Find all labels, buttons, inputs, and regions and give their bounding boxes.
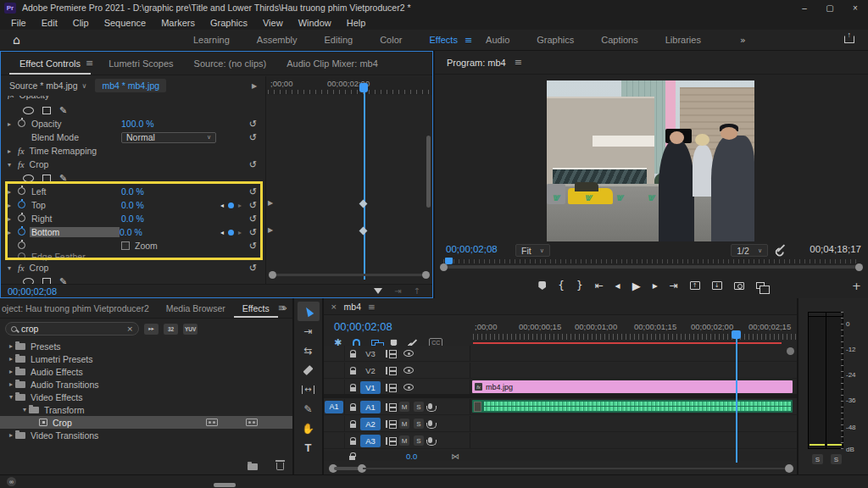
stopwatch-icon-active[interactable] [18, 201, 25, 208]
chevron-right-icon[interactable]: ▸ [7, 342, 15, 350]
chevron-right-icon[interactable]: ▸ [8, 120, 18, 128]
stopwatch-icon[interactable] [18, 119, 25, 127]
toggle-track-output-eye-icon[interactable] [403, 367, 414, 374]
param-value[interactable]: 0.0 % [121, 186, 144, 197]
chevron-right-icon[interactable]: ▸ [8, 202, 18, 209]
tool-ripple-edit[interactable]: ⇆ [298, 341, 320, 360]
program-video-frame[interactable]: V V V V V V V [547, 80, 754, 241]
chevron-right-icon[interactable]: ▸ [7, 368, 15, 375]
workspace-tab-libraries[interactable]: Libraries [652, 35, 715, 45]
voiceover-mic-icon[interactable] [428, 437, 432, 443]
track-target-v1[interactable]: V1 [360, 381, 381, 394]
track-target-a2[interactable]: A2 [360, 418, 381, 430]
prev-keyframe-icon[interactable]: ◂ [220, 229, 224, 236]
keyframe-diamond-top[interactable] [359, 200, 368, 208]
export-frame-camera-icon[interactable] [734, 282, 744, 290]
vertical-scrollbar[interactable] [426, 136, 431, 208]
tab-effects[interactable]: Effects [234, 298, 278, 318]
solo-button[interactable]: S [812, 454, 823, 464]
tool-pen[interactable]: ✎ [298, 399, 320, 419]
reset-icon[interactable]: ↺ [249, 119, 257, 130]
source-clip-label[interactable]: Source * mb4.jpg [9, 80, 78, 91]
scrollbar-knob[interactable] [422, 271, 430, 279]
tab-project[interactable]: oject: Hau truong phim Vietproducer2 [0, 298, 158, 318]
seekbar-track[interactable] [443, 265, 860, 269]
lock-icon[interactable] [350, 424, 356, 428]
blend-mode-dropdown[interactable]: Normal ∨ [121, 132, 216, 143]
sync-lock-icon[interactable] [386, 403, 394, 411]
next-keyframe-icon[interactable]: ▸ [238, 229, 242, 236]
chevron-down-icon[interactable]: ▾ [20, 406, 29, 413]
fit-sequence-icon[interactable]: ⋈ [451, 452, 459, 461]
filter-32bit-badge[interactable]: 32 [164, 324, 178, 335]
add-marker-icon[interactable] [538, 281, 546, 290]
workspace-tab-effects[interactable]: Effects [415, 35, 470, 45]
horizontal-zoom-scrollbar[interactable] [269, 271, 430, 279]
effect-title[interactable]: Crop [30, 159, 49, 169]
rectangle-mask-icon[interactable] [42, 107, 51, 114]
chevron-down-icon[interactable]: ▾ [8, 264, 18, 272]
panel-divider[interactable] [292, 298, 294, 474]
chevron-right-icon[interactable]: ▸ [7, 431, 15, 439]
workspace-tab-editing[interactable]: Editing [311, 35, 367, 45]
chevron-right-icon[interactable]: ▸ [7, 355, 15, 363]
voiceover-mic-icon[interactable] [428, 420, 432, 426]
track-target-a3[interactable]: A3 [360, 435, 381, 447]
panel-menu-icon[interactable]: ≡ [368, 302, 376, 312]
seekbar-knob[interactable] [440, 263, 448, 271]
timeline-vertical-scrollbar-knob[interactable] [787, 347, 794, 355]
add-keyframe-icon[interactable] [228, 202, 234, 208]
linked-selection-icon[interactable] [371, 340, 379, 346]
close-tab-icon[interactable]: × [331, 302, 337, 311]
goto-in-icon[interactable]: ⇤ [595, 280, 604, 291]
new-bin-icon[interactable] [248, 463, 258, 470]
next-keyframe-icon[interactable]: ▸ [238, 202, 242, 209]
close-button[interactable]: × [843, 0, 868, 15]
lock-icon[interactable] [350, 407, 356, 411]
solo-button[interactable]: S [414, 419, 424, 429]
lock-icon[interactable] [350, 370, 356, 374]
lift-icon[interactable]: ↑ [690, 281, 700, 290]
effect-title[interactable]: Crop [30, 263, 49, 273]
show-keyframes-icon[interactable]: ▶ [252, 82, 257, 90]
lock-icon[interactable] [350, 353, 356, 358]
mark-in-icon[interactable]: { [558, 280, 565, 291]
step-back-icon[interactable]: ◂ [615, 280, 620, 291]
panel-menu-icon[interactable]: ≡ [86, 58, 93, 69]
pen-mask-icon[interactable]: ✎ [59, 173, 67, 184]
program-seekbar[interactable] [435, 258, 868, 274]
tab-source-monitor[interactable]: Source: (no clips) [184, 52, 277, 75]
settings-wrench-icon[interactable] [777, 244, 785, 252]
seekbar-knob[interactable] [855, 263, 863, 271]
chevron-right-icon[interactable]: ▸ [8, 229, 18, 236]
menu-graphics[interactable]: Graphics [203, 18, 255, 28]
tree-item-crop-selected[interactable]: Crop [0, 416, 292, 429]
tool-track-select[interactable]: ⇥ [298, 321, 320, 341]
chevron-right-icon[interactable]: ▸ [8, 215, 18, 223]
sync-lock-icon[interactable] [386, 384, 394, 391]
prev-keyframe-icon[interactable]: ◂ [220, 202, 224, 209]
play-around-icon[interactable]: ⇥ [394, 286, 401, 296]
scrollbar-knob[interactable] [269, 271, 276, 279]
tool-slip[interactable]: ↔ [298, 380, 320, 399]
tool-selection[interactable] [298, 302, 320, 321]
panel-divider[interactable] [797, 298, 798, 474]
keyframe-diamond-bottom[interactable] [359, 227, 368, 236]
tree-item-presets[interactable]: ▸ Presets [0, 340, 292, 352]
comparison-view-icon[interactable] [756, 282, 765, 289]
menu-window[interactable]: Window [291, 18, 339, 28]
panel-overflow-icon[interactable]: » [281, 302, 287, 313]
tab-sequence-mb4[interactable]: mb4 [344, 302, 361, 312]
accelerated-effects-filter-icon[interactable]: ▸▸ [144, 324, 159, 335]
solo-button[interactable]: S [414, 402, 424, 412]
param-value[interactable]: 0.0 % [120, 227, 142, 237]
sync-lock-icon[interactable] [386, 367, 394, 374]
workspace-menu-icon[interactable]: ≡ [465, 35, 472, 46]
sync-lock-icon[interactable] [386, 350, 394, 358]
tree-item-transform[interactable]: ▾ Transform [0, 403, 292, 416]
zoom-checkbox[interactable] [121, 241, 130, 250]
menu-file[interactable]: File [3, 18, 34, 28]
scrollbar-knob[interactable] [785, 464, 793, 473]
param-value[interactable]: 100.0 % [121, 119, 154, 129]
solo-button[interactable]: S [414, 435, 424, 446]
